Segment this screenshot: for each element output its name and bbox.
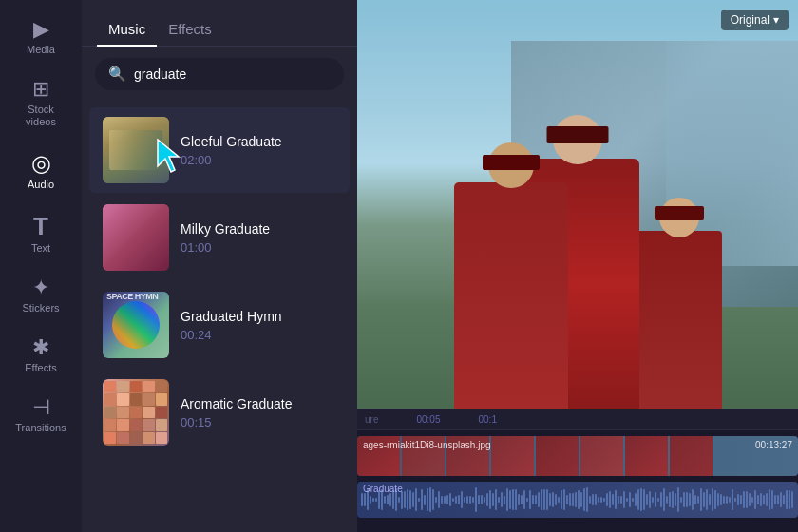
media-icon: ▶ [33, 19, 49, 40]
sidebar-item-transitions[interactable]: ⊣ Transitions [5, 388, 77, 444]
music-list: Gleeful Graduate 02:00 Milky Graduate 01… [82, 102, 357, 532]
transitions-icon: ⊣ [32, 397, 50, 418]
track-info: Aromatic Graduate 00:15 [180, 396, 336, 429]
tab-music[interactable]: Music [97, 13, 157, 47]
sidebar-label-stock-videos: Stockvideos [26, 104, 56, 128]
track-duration: 02:00 [180, 153, 336, 167]
list-item[interactable]: Gleeful Graduate 02:00 [89, 107, 350, 193]
video-track-row: ages-rmiakit1Di8-unsplash.jpg 00:13:27 [357, 434, 798, 478]
audio-track-row: // Will generate bars via JS below Gradu… [357, 480, 798, 520]
ruler-mark-1: 00:05 [416, 414, 440, 425]
sidebar-label-stickers: Stickers [22, 302, 59, 314]
list-item[interactable]: Aromatic Graduate 00:15 [89, 370, 350, 455]
list-item[interactable]: Milky Graduate 01:00 [89, 195, 350, 280]
video-preview: Original ▾ [357, 0, 798, 408]
video-track-filename: ages-rmiakit1Di8-unsplash.jpg [363, 440, 491, 450]
timeline-ruler: ure 00:05 00:1 [357, 409, 798, 430]
list-item[interactable]: SPACE HYMN Graduated Hymn 00:24 [89, 282, 350, 368]
sidebar-item-text[interactable]: T Text [5, 204, 77, 264]
sidebar-item-audio[interactable]: ◎ Audio [5, 142, 77, 200]
stock-videos-icon: ⊞ [32, 79, 49, 100]
track-duration: 00:24 [180, 328, 336, 342]
sidebar-item-effects[interactable]: ✱ Effects [5, 328, 77, 384]
track-info: Gleeful Graduate 02:00 [180, 134, 336, 167]
svg-marker-0 [158, 140, 179, 172]
sidebar-item-stock-videos[interactable]: ⊞ Stockvideos [5, 69, 77, 138]
track-title: Aromatic Graduate [180, 396, 336, 411]
video-track-content[interactable]: ages-rmiakit1Di8-unsplash.jpg 00:13:27 [357, 436, 798, 476]
track-title: Graduated Hymn [180, 309, 336, 324]
original-button[interactable]: Original ▾ [721, 10, 788, 30]
track-title: Gleeful Graduate [180, 134, 336, 149]
audio-icon: ◎ [31, 152, 51, 175]
sidebar-item-stickers[interactable]: ✦ Stickers [5, 268, 77, 324]
track-title: Milky Graduate [180, 221, 336, 237]
effects-icon: ✱ [32, 337, 49, 358]
stickers-icon: ✦ [32, 277, 49, 298]
tab-effects[interactable]: Effects [157, 13, 223, 47]
dropdown-icon: ▾ [773, 13, 779, 27]
sidebar-label-text: Text [31, 242, 50, 255]
track-thumbnail [103, 379, 169, 446]
sidebar-label-transitions: Transitions [15, 422, 66, 434]
ruler-mark-2: 00:1 [478, 414, 496, 425]
timeline-area: ure 00:05 00:1 ages-rmiakit1Di8-unsplash… [357, 408, 798, 532]
sidebar-label-effects: Effects [25, 362, 56, 374]
video-track-duration: 00:13:27 [755, 440, 792, 450]
main-area: Original ▾ ure 00:05 00:1 [357, 0, 798, 532]
cursor-arrow [154, 136, 182, 174]
sidebar-label-audio: Audio [28, 179, 54, 191]
sidebar-item-media[interactable]: ▶ Media [5, 10, 77, 66]
search-input[interactable] [134, 66, 331, 82]
track-info: Milky Graduate 01:00 [180, 221, 336, 255]
text-icon: T [33, 214, 48, 238]
audio-track-content[interactable]: // Will generate bars via JS below Gradu… [357, 482, 798, 518]
search-icon: 🔍 [108, 66, 126, 83]
track-duration: 01:00 [180, 240, 336, 255]
sidebar-label-media: Media [27, 44, 55, 56]
track-info: Graduated Hymn 00:24 [180, 309, 336, 342]
track-thumbnail: SPACE HYMN [103, 292, 169, 358]
panel-tabs: Music Effects [82, 0, 357, 47]
audio-panel: Music Effects 🔍 Gleeful Graduate [82, 0, 357, 532]
sidebar: ▶ Media ⊞ Stockvideos ◎ Audio T Text ✦ S… [0, 0, 82, 532]
search-bar: 🔍 [95, 58, 344, 90]
audio-track-filename: Graduate [363, 484, 403, 494]
track-thumbnail [103, 204, 169, 271]
track-duration: 00:15 [180, 415, 336, 429]
original-button-container: Original ▾ [721, 10, 788, 30]
